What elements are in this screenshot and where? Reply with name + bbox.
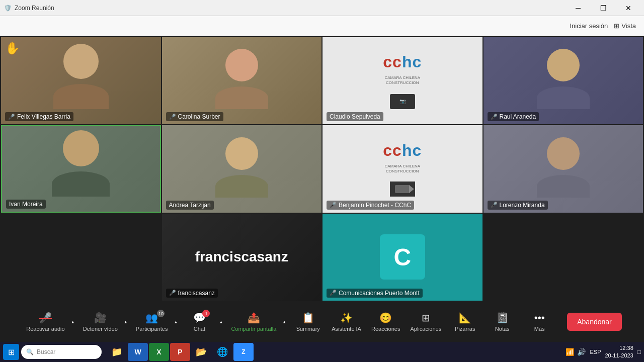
taskbar: ⊞ 🔍 Buscar 📁 W X P 📂 🌐 Z 📶 🔊 ESP 12:38 2… bbox=[0, 342, 644, 362]
participant-name-benjamin: 🎤 Benjamín Pinochet - CChC bbox=[327, 201, 414, 210]
zoom-header: Iniciar sesión ⊞ Vista bbox=[0, 16, 644, 36]
apps-button[interactable]: ⊞ Aplicaciones bbox=[406, 309, 445, 335]
taskbar-app-excel[interactable]: X bbox=[149, 343, 169, 361]
minimize-button[interactable]: ─ bbox=[567, 0, 590, 16]
video-tile-benjamin: cchc CAMARA CHILENACONSTRUCCION 🎤 Benjam… bbox=[323, 125, 482, 212]
share-button[interactable]: 📤 Compartir pantalla bbox=[227, 309, 280, 335]
chat-badge: 1 bbox=[202, 310, 210, 317]
share-group: 📤 Compartir pantalla ▲ bbox=[227, 309, 288, 335]
person-video-andrea bbox=[162, 125, 322, 212]
ai-icon: ✨ bbox=[340, 312, 353, 324]
login-button[interactable]: Iniciar sesión bbox=[570, 22, 608, 30]
audio-button[interactable]: 🎤 Reactivar audio bbox=[22, 309, 68, 335]
video-tile-franciscasanz: franciscasanz 🎤 franciscasanz bbox=[162, 214, 322, 301]
ai-label: Asistente IA bbox=[332, 326, 361, 332]
summary-button[interactable]: 📋 Summary bbox=[290, 309, 326, 335]
more-button[interactable]: ••• Más bbox=[522, 309, 557, 335]
chat-chevron[interactable]: ▲ bbox=[217, 312, 225, 332]
participants-group: 👥 Participantes 10 ▲ bbox=[132, 309, 180, 335]
whiteboards-icon: 📐 bbox=[459, 312, 471, 324]
mute-icon-comunicaciones: 🎤 bbox=[330, 290, 337, 296]
participant-name-felix: 🎤 Felix Villegas Barria bbox=[5, 112, 73, 121]
zoom-shield-icon: 🛡️ bbox=[4, 5, 12, 12]
toolbar: 🎤 Reactivar audio ▲ 🎥 Detener vídeo ▲ 👥 … bbox=[0, 302, 644, 342]
reactions-label: Reacciones bbox=[371, 326, 400, 332]
video-tile-carolina: 🎤 Carolina Surber bbox=[162, 37, 322, 124]
summary-icon: 📋 bbox=[302, 312, 314, 324]
login-label: Iniciar sesión bbox=[570, 22, 608, 30]
share-chevron[interactable]: ▲ bbox=[280, 312, 288, 332]
mute-icon-franciscasanz: 🎤 bbox=[169, 290, 176, 296]
audio-label: Reactivar audio bbox=[26, 326, 64, 332]
video-tile-ivan: Ivan Moreira bbox=[1, 125, 161, 212]
language-indicator: ESP bbox=[590, 349, 601, 355]
grid-icon: ⊞ bbox=[614, 22, 619, 30]
window-title: Zoom Reunión bbox=[15, 5, 54, 12]
franciscasanz-text: franciscasanz bbox=[195, 249, 288, 265]
ai-button[interactable]: ✨ Asistente IA bbox=[328, 309, 365, 335]
notes-label: Notas bbox=[495, 326, 510, 332]
chat-button[interactable]: 💬 Chat 1 bbox=[182, 309, 217, 335]
taskbar-app-chrome[interactable]: 🌐 bbox=[212, 343, 232, 361]
clock-time: 12:38 bbox=[605, 344, 633, 352]
participant-name-claudio: Claudio Sepulveda bbox=[327, 112, 383, 121]
person-video-carolina bbox=[162, 37, 322, 124]
taskbar-clock: 12:38 20-11-2023 bbox=[605, 344, 633, 360]
video-tile-andrea: Andrea Tarzijan bbox=[162, 125, 322, 212]
cchc-logo-benjamin: cchc CAMARA CHILENACONSTRUCCION bbox=[383, 141, 422, 197]
audio-icon: 🎤 bbox=[39, 312, 52, 324]
video-grid: ✋ 🎤 Felix Villegas Barria 🎤 Carolina Sur… bbox=[0, 36, 644, 302]
maximize-button[interactable]: ❐ bbox=[592, 0, 615, 16]
more-label: Más bbox=[534, 326, 545, 332]
abandon-button[interactable]: Abandonar bbox=[567, 313, 622, 331]
participant-name-lorenzo: 🎤 Lorenzo Miranda bbox=[488, 201, 548, 210]
taskbar-app-folder[interactable]: 📂 bbox=[191, 343, 211, 361]
show-desktop-button[interactable]: □ bbox=[637, 348, 641, 355]
taskbar-app-explorer[interactable]: 📁 bbox=[107, 343, 127, 361]
comunicaciones-display: C bbox=[323, 214, 482, 301]
participant-name-andrea: Andrea Tarzijan bbox=[166, 201, 214, 210]
video-icon: 🎥 bbox=[94, 312, 107, 324]
participants-button[interactable]: 👥 Participantes 10 bbox=[132, 309, 172, 335]
video-chevron[interactable]: ▲ bbox=[122, 312, 130, 332]
mute-icon-felix: 🎤 bbox=[8, 114, 15, 120]
cchc-logo-text: cchc bbox=[383, 53, 422, 71]
search-placeholder: Buscar bbox=[37, 348, 55, 355]
participant-name-raul: 🎤 Raul Araneda bbox=[488, 112, 539, 121]
reactions-button[interactable]: 😊 Reacciones bbox=[367, 309, 404, 335]
cchc-sub-text-b: CAMARA CHILENACONSTRUCCION bbox=[384, 164, 420, 174]
person-video-lorenzo bbox=[484, 125, 643, 212]
franciscasanz-display: franciscasanz bbox=[162, 214, 322, 301]
video-tile-empty-2 bbox=[484, 214, 643, 301]
video-tile-raul: 🎤 Raul Araneda bbox=[484, 37, 643, 124]
participants-badge: 10 bbox=[157, 310, 165, 317]
whiteboards-button[interactable]: 📐 Pizarras bbox=[447, 309, 482, 335]
video-tile-comunicaciones: C 🎤 Comunicaciones Puerto Montt bbox=[323, 214, 482, 301]
audio-group: 🎤 Reactivar audio ▲ bbox=[22, 309, 76, 335]
video-tile-empty-1 bbox=[1, 214, 161, 301]
close-button[interactable]: ✕ bbox=[617, 0, 640, 16]
video-button[interactable]: 🎥 Detener vídeo bbox=[79, 309, 122, 335]
participant-name-carolina: 🎤 Carolina Surber bbox=[166, 112, 223, 121]
taskbar-app-powerpoint[interactable]: P bbox=[170, 343, 190, 361]
start-button[interactable]: ⊞ bbox=[3, 344, 19, 360]
more-icon: ••• bbox=[534, 312, 545, 324]
view-button[interactable]: ⊞ Vista bbox=[614, 22, 636, 30]
video-tile-claudio: cchc CAMARA CHILENACONSTRUCCION 📷 Claudi… bbox=[323, 37, 482, 124]
participants-chevron[interactable]: ▲ bbox=[172, 312, 180, 332]
video-tile-felix: ✋ 🎤 Felix Villegas Barria bbox=[1, 37, 161, 124]
audio-chevron[interactable]: ▲ bbox=[69, 312, 77, 332]
share-icon: 📤 bbox=[248, 312, 260, 324]
share-label: Compartir pantalla bbox=[231, 326, 276, 332]
notes-button[interactable]: 📓 Notas bbox=[485, 309, 520, 335]
video-label: Detener vídeo bbox=[83, 326, 118, 332]
taskbar-app-word[interactable]: W bbox=[128, 343, 148, 361]
participant-name-comunicaciones: 🎤 Comunicaciones Puerto Montt bbox=[327, 289, 423, 298]
video-tile-lorenzo: 🎤 Lorenzo Miranda bbox=[484, 125, 643, 212]
summary-label: Summary bbox=[296, 326, 320, 332]
taskbar-search-box[interactable]: 🔍 Buscar bbox=[21, 345, 102, 359]
notes-icon: 📓 bbox=[496, 312, 509, 324]
taskbar-app-zoom[interactable]: Z bbox=[233, 343, 254, 361]
benjamin-video-device bbox=[390, 182, 415, 197]
mute-icon-raul: 🎤 bbox=[491, 114, 498, 120]
